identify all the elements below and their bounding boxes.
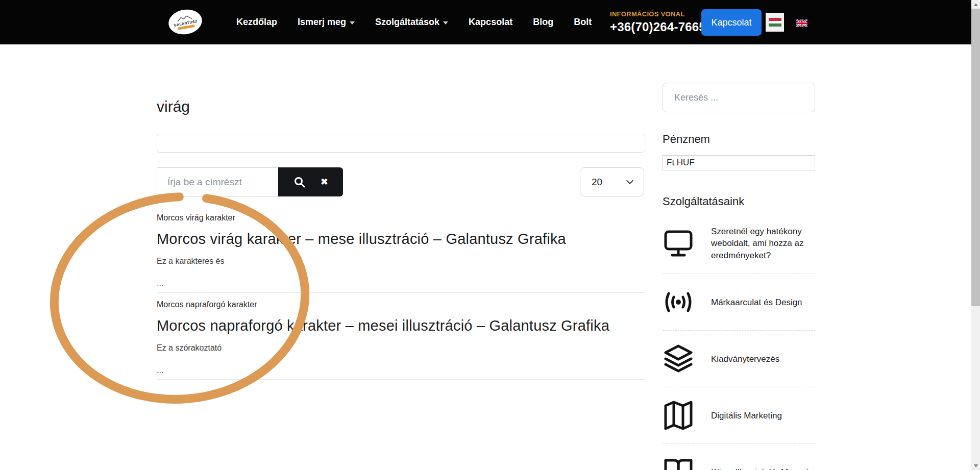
nav-item-bolt[interactable]: Bolt xyxy=(574,17,592,28)
close-icon: ✖ xyxy=(321,177,328,187)
services-heading: Szolgáltatásaink xyxy=(663,195,815,208)
main-menu: Kezdőlap Ismerj meg Szolgáltatások Kapcs… xyxy=(236,0,592,44)
monitor-icon xyxy=(663,228,694,259)
title-search-row: ✖ xyxy=(157,167,343,196)
title-search-input[interactable] xyxy=(157,167,278,196)
currency-input[interactable] xyxy=(663,155,815,170)
phone-number[interactable]: +36(70)264-7665 xyxy=(610,20,706,34)
service-item-konyvillusztracio[interactable]: KönyvIllusztráció: Mese és xyxy=(663,444,815,470)
chevron-down-icon xyxy=(626,177,633,184)
info-line-block: INFORMÁCIÓS VONAL +36(70)264-7665 xyxy=(610,10,706,34)
page: GALANTUSZ Kezdőlap Ismerj meg Szolgáltat… xyxy=(0,0,980,470)
result-excerpt: Ez a szórakoztató xyxy=(157,343,645,353)
result-ellipsis: ... xyxy=(157,279,645,292)
search-icon xyxy=(293,176,306,188)
service-item-markaarculat[interactable]: Márkaarculat és Design xyxy=(663,274,815,331)
info-line-label: INFORMÁCIÓS VONAL xyxy=(610,10,706,18)
arrow-down-icon xyxy=(974,464,978,467)
service-label: Kiadványtervezés xyxy=(711,353,779,365)
service-item-kiadvanytervezes[interactable]: Kiadványtervezés xyxy=(663,331,815,387)
result-item: Morcos napraforgó karakter Morcos napraf… xyxy=(157,293,645,380)
main-content: virág ✖ 20 Morcos virág xyxy=(157,98,645,115)
currency-heading: Pénznem xyxy=(663,133,815,146)
language-uk-flag[interactable] xyxy=(796,19,807,27)
search-submit-button[interactable] xyxy=(293,176,306,188)
services-list: Szeretnél egy hatékony weboldalt, ami ho… xyxy=(663,213,815,470)
page-title: virág xyxy=(157,98,645,115)
nav-item-kapcsolat[interactable]: Kapcsolat xyxy=(469,17,512,28)
scroll-up-button[interactable] xyxy=(971,0,980,9)
search-clear-button[interactable]: ✖ xyxy=(321,177,328,187)
vertical-scrollbar[interactable] xyxy=(971,0,980,470)
sidebar-search-input[interactable] xyxy=(663,83,815,112)
hungarian-flag-icon xyxy=(769,18,781,27)
result-category: Morcos napraforgó karakter xyxy=(157,300,645,309)
search-button-block: ✖ xyxy=(278,167,343,196)
service-label: Márkaarculat és Design xyxy=(711,296,802,308)
scrollbar-thumb[interactable] xyxy=(971,9,980,306)
search-results: Morcos virág karakter Morcos virág karak… xyxy=(157,206,645,380)
nav-item-szolgaltatasok[interactable]: Szolgáltatások xyxy=(375,17,448,28)
site-logo[interactable]: GALANTUSZ xyxy=(166,7,204,37)
nav-item-ismerj-meg[interactable]: Ismerj meg xyxy=(298,17,355,28)
service-label: Szeretnél egy hatékony weboldalt, ami ho… xyxy=(711,226,815,261)
map-icon xyxy=(663,400,694,431)
service-item-weboldal[interactable]: Szeretnél egy hatékony weboldalt, ami ho… xyxy=(663,213,815,274)
result-item: Morcos virág karakter Morcos virág karak… xyxy=(157,206,645,293)
result-category: Morcos virág karakter xyxy=(157,213,645,222)
nav-item-blog[interactable]: Blog xyxy=(533,17,553,28)
per-page-select[interactable]: 20 xyxy=(580,167,644,196)
broadcast-icon xyxy=(663,286,694,318)
contact-cta-button[interactable]: Kapcsolat xyxy=(701,9,762,36)
service-label: KönyvIllusztráció: Mese és xyxy=(711,466,814,470)
sidebar: Pénznem Szolgáltatásaink Szeretnél egy h… xyxy=(663,83,815,470)
result-ellipsis: ... xyxy=(157,366,645,379)
arrow-up-icon xyxy=(974,3,978,6)
chevron-down-icon xyxy=(350,21,355,24)
top-navbar: GALANTUSZ Kezdőlap Ismerj meg Szolgáltat… xyxy=(0,0,971,44)
wide-filter-input[interactable] xyxy=(157,134,645,153)
result-title-link[interactable]: Morcos napraforgó karakter – mesei illus… xyxy=(157,317,645,334)
per-page-value: 20 xyxy=(592,177,602,188)
layers-icon xyxy=(663,343,694,375)
service-label: Digitális Marketing xyxy=(711,410,782,422)
result-excerpt: Ez a karakteres és xyxy=(157,257,645,266)
book-open-icon xyxy=(663,456,694,470)
nav-item-kezdolap[interactable]: Kezdőlap xyxy=(236,17,277,28)
chevron-down-icon xyxy=(443,21,448,24)
scroll-down-button[interactable] xyxy=(971,461,980,470)
result-title-link[interactable]: Morcos virág karakter – mese illusztráci… xyxy=(157,231,645,248)
service-item-digitalis-marketing[interactable]: Digitális Marketing xyxy=(663,387,815,444)
language-hungarian-flag[interactable] xyxy=(766,13,784,32)
